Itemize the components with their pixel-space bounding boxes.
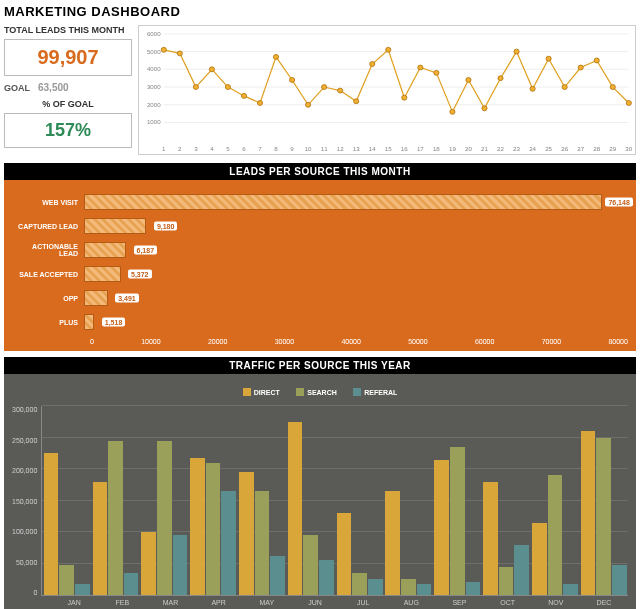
- svg-text:29: 29: [609, 146, 617, 152]
- hbar-row: PLUS 1,518: [12, 310, 628, 334]
- vbar: [255, 491, 270, 595]
- svg-point-60: [450, 109, 455, 114]
- vbar: [548, 475, 563, 595]
- vbar-group: [42, 406, 91, 595]
- vbar: [270, 556, 285, 595]
- vbar: [108, 441, 123, 595]
- svg-text:13: 13: [353, 146, 361, 152]
- svg-text:30: 30: [625, 146, 633, 152]
- svg-point-46: [225, 85, 230, 90]
- svg-text:19: 19: [449, 146, 457, 152]
- svg-text:7: 7: [258, 146, 262, 152]
- hbar-value: 6,187: [134, 246, 158, 255]
- hbar: 6,187: [84, 242, 126, 258]
- hbar-row: CAPTURED LEAD 9,180: [12, 214, 628, 238]
- svg-text:25: 25: [545, 146, 553, 152]
- kpi-goal-value: 63,500: [38, 82, 69, 93]
- vbar: [288, 422, 303, 595]
- svg-point-44: [193, 85, 198, 90]
- svg-point-71: [626, 101, 631, 106]
- legend-search: SEARCH: [296, 388, 337, 396]
- svg-point-53: [338, 88, 343, 93]
- vbar: [173, 535, 188, 595]
- hbar-value: 1,518: [102, 318, 126, 327]
- vbar-group: [530, 406, 579, 595]
- hbar-label: CAPTURED LEAD: [12, 223, 84, 230]
- svg-text:20: 20: [465, 146, 473, 152]
- hbar: 5,372: [84, 266, 121, 282]
- vbar: [368, 579, 383, 595]
- kpi-panel: TOTAL LEADS THIS MONTH 99,907 GOAL 63,50…: [4, 25, 132, 155]
- kpi-pct-value: 157%: [45, 120, 91, 140]
- kpi-goal-label: GOAL: [4, 83, 30, 93]
- legend-referal: REFERAL: [353, 388, 397, 396]
- vbar: [466, 582, 481, 595]
- top-row: TOTAL LEADS THIS MONTH 99,907 GOAL 63,50…: [4, 25, 636, 155]
- svg-text:4: 4: [210, 146, 214, 152]
- svg-point-66: [546, 56, 551, 61]
- svg-text:2000: 2000: [147, 102, 161, 108]
- vbar-group: [482, 406, 531, 595]
- svg-text:6: 6: [242, 146, 246, 152]
- hbar: 1,518: [84, 314, 94, 330]
- svg-point-63: [498, 76, 503, 81]
- hbar-label: ACTIONABLE LEAD: [12, 243, 84, 257]
- vbar: [44, 453, 59, 595]
- vbar: [514, 545, 529, 595]
- hbar-track: 9,180: [84, 218, 628, 234]
- kpi-total-label: TOTAL LEADS THIS MONTH: [4, 25, 132, 35]
- vbar: [93, 482, 108, 595]
- vbar: [59, 565, 74, 595]
- svg-point-67: [562, 85, 567, 90]
- svg-text:10: 10: [305, 146, 313, 152]
- hbar-track: 6,187: [84, 242, 628, 258]
- vbar: [319, 560, 334, 595]
- hbar: 9,180: [84, 218, 146, 234]
- page-title: MARKETING DASHBOARD: [4, 4, 636, 19]
- svg-point-42: [161, 47, 166, 52]
- svg-text:17: 17: [417, 146, 425, 152]
- vbar: [596, 438, 611, 596]
- svg-point-51: [306, 102, 311, 107]
- svg-point-52: [322, 85, 327, 90]
- svg-point-56: [386, 47, 391, 52]
- hbar-track: 5,372: [84, 266, 628, 282]
- traffic-panel: DIRECT SEARCH REFERAL 300,000250,000200,…: [4, 374, 636, 609]
- vbar: [190, 458, 205, 595]
- svg-text:9: 9: [290, 146, 294, 152]
- vbar-group: [238, 406, 287, 595]
- svg-text:27: 27: [577, 146, 585, 152]
- hbar-track: 1,518: [84, 314, 628, 330]
- vbar: [239, 472, 254, 595]
- hbar-value: 76,148: [605, 198, 632, 207]
- svg-point-61: [466, 77, 471, 82]
- svg-text:26: 26: [561, 146, 569, 152]
- leads-per-source-chart: WEB VISIT 76,148 CAPTURED LEAD 9,180 ACT…: [12, 190, 628, 334]
- vbar: [124, 573, 139, 595]
- legend-swatch-referal: [353, 388, 361, 396]
- traffic-x-axis: JANFEBMARAPRMAYJUNJULAUGSEPOCTNOVDEC: [50, 599, 628, 606]
- svg-text:21: 21: [481, 146, 489, 152]
- vbar: [141, 532, 156, 595]
- svg-point-70: [610, 85, 615, 90]
- svg-text:6000: 6000: [147, 31, 161, 37]
- legend-direct: DIRECT: [243, 388, 280, 396]
- svg-point-64: [514, 49, 519, 54]
- svg-point-48: [257, 101, 262, 106]
- svg-text:2: 2: [178, 146, 182, 152]
- svg-point-68: [578, 65, 583, 70]
- svg-text:14: 14: [369, 146, 377, 152]
- leads-section-header: LEADS PER SOURCE THIS MONTH: [4, 163, 636, 180]
- hbar-row: SALE ACCEPTED 5,372: [12, 262, 628, 286]
- traffic-section-header: TRAFFIC PER SOURCE THIS YEAR: [4, 357, 636, 374]
- hbar-label: WEB VISIT: [12, 199, 84, 206]
- svg-text:5: 5: [226, 146, 230, 152]
- vbar-group: [91, 406, 140, 595]
- vbar: [157, 441, 172, 595]
- vbar: [221, 491, 236, 595]
- vbar: [499, 567, 514, 595]
- traffic-per-source-chart: 300,000250,000200,000150,000100,00050,00…: [12, 406, 628, 596]
- svg-text:24: 24: [529, 146, 537, 152]
- kpi-pct-label: % OF GOAL: [4, 99, 132, 109]
- vbar: [417, 584, 432, 595]
